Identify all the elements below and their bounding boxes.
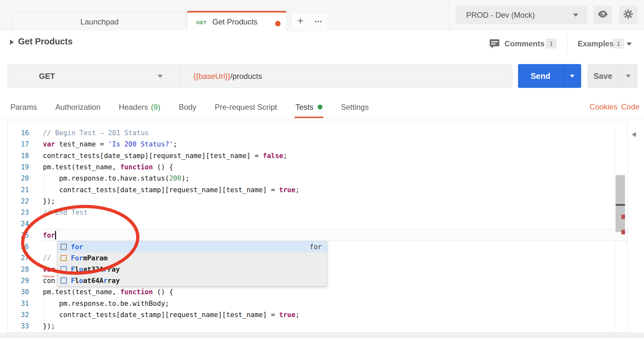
- tests-present-dot: [318, 105, 322, 109]
- autocomplete-item-Float32Array[interactable]: Float32Array: [58, 264, 327, 275]
- request-title: Get Products: [18, 37, 73, 47]
- comment-bubble-icon: [489, 45, 500, 50]
- settings-button[interactable]: [619, 6, 638, 24]
- method-chevron-icon[interactable]: [158, 75, 163, 78]
- comments-label[interactable]: Comments: [505, 39, 544, 48]
- tab-get-products[interactable]: GET Get Products: [187, 11, 287, 31]
- code-line-20: pm.response.to.have.status(200);: [43, 173, 189, 184]
- tab-label: Pre-request Script: [215, 103, 277, 112]
- autocomplete-item-Float64Array[interactable]: Float64Array: [58, 275, 327, 286]
- header-divider: [449, 0, 449, 31]
- comments-count-badge: 1: [546, 39, 557, 49]
- examples-chevron-icon[interactable]: [627, 42, 632, 46]
- tab-label: Headers: [119, 103, 148, 112]
- tab-headers[interactable]: Headers(9): [119, 95, 160, 119]
- code-line-29: con: [43, 275, 55, 286]
- autocomplete-dropdown: forforFormParamFloat32ArrayFloat64Array: [57, 241, 327, 286]
- tab-tests[interactable]: Tests: [295, 95, 322, 119]
- unsaved-changes-dot: [275, 21, 281, 26]
- code-line-17: var test_name = 'Is 200 Status?';: [43, 139, 177, 150]
- tab-label: Authorization: [55, 103, 101, 112]
- chevron-down-icon: [570, 75, 574, 78]
- environment-selector[interactable]: PROD - Dev (Mock): [456, 6, 587, 24]
- line-number: 29: [8, 275, 29, 286]
- line-number: 23: [8, 207, 29, 218]
- request-url-box: GET {{baseUrl}}/products: [7, 64, 512, 88]
- line-number: 19: [8, 162, 29, 173]
- tab-body[interactable]: Body: [179, 95, 197, 119]
- line-number: 18: [8, 150, 29, 162]
- tab-pre-request-script[interactable]: Pre-request Script: [215, 95, 277, 119]
- code-line-16: // Begin Test – 201 Status: [43, 127, 149, 139]
- symbol-kind-icon: [61, 255, 67, 261]
- meta-divider: [567, 36, 568, 52]
- tab-label: Params: [10, 103, 37, 112]
- tab-params[interactable]: Params: [10, 95, 37, 119]
- line-number: 30: [8, 286, 29, 298]
- code-line-25: for: [43, 230, 56, 241]
- tab-settings[interactable]: Settings: [341, 95, 369, 119]
- request-header-row: Get Products Comments 1 Examples 1: [0, 31, 644, 57]
- tests-code-editor[interactable]: 16// Begin Test – 201 Status17var test_n…: [7, 121, 628, 333]
- code-line-27: //: [43, 252, 55, 264]
- request-tabs: ParamsAuthorizationHeaders(9)BodyPre-req…: [10, 95, 369, 119]
- tab-label: Settings: [341, 103, 369, 112]
- tab-method-badge: GET: [196, 20, 207, 25]
- save-options-button[interactable]: [619, 64, 638, 88]
- line-number: 26: [8, 241, 29, 252]
- scrollbar-error-mark: [621, 215, 625, 219]
- send-button[interactable]: Send: [518, 64, 563, 88]
- scrollbar-thumb[interactable]: [616, 175, 625, 232]
- send-options-button[interactable]: [563, 64, 581, 88]
- scrollbar-error-mark: [621, 230, 625, 234]
- send-button-group: Send: [518, 64, 581, 88]
- symbol-kind-icon: [61, 266, 67, 272]
- line-number: 22: [8, 196, 29, 207]
- tab-launchpad[interactable]: Launchpad: [12, 12, 187, 31]
- url-input[interactable]: {{baseUrl}}/products: [193, 65, 262, 88]
- gear-icon: [623, 9, 633, 21]
- new-tab-button[interactable]: +: [291, 12, 310, 31]
- line-number: 21: [8, 184, 29, 196]
- tab-authorization[interactable]: Authorization: [55, 95, 101, 119]
- method-select[interactable]: GET: [39, 65, 55, 88]
- code-line-32: contract_tests[date_stamp][request_name]…: [43, 309, 300, 321]
- sidebar-edge-divider: [6, 0, 6, 31]
- url-variable: {{baseUrl}}: [193, 72, 230, 80]
- autocomplete-item-for[interactable]: forfor: [58, 241, 327, 252]
- examples-label[interactable]: Examples: [578, 39, 614, 48]
- tab-count: (9): [151, 103, 160, 112]
- text-cursor: [55, 231, 56, 239]
- active-tab-accent: [187, 11, 286, 13]
- code-line-22: });: [43, 196, 55, 207]
- code-line-31: pm.response.to.be.withBody;: [43, 298, 169, 309]
- line-number: 28: [8, 264, 29, 275]
- save-button[interactable]: Save: [587, 64, 619, 88]
- tab-label: Tests: [295, 103, 313, 112]
- tab-launchpad-label: Launchpad: [81, 17, 119, 26]
- comments-button[interactable]: [489, 38, 500, 51]
- tab-get-products-label: Get Products: [212, 17, 257, 26]
- request-tabs-row: ParamsAuthorizationHeaders(9)BodyPre-req…: [0, 95, 644, 119]
- expand-request-icon[interactable]: [10, 40, 14, 45]
- error-squiggle: [47, 330, 56, 332]
- line-number: 31: [8, 298, 29, 309]
- code-link[interactable]: Code: [621, 102, 639, 111]
- collapse-panel-icon[interactable]: [632, 132, 636, 137]
- autocomplete-item-FormParam[interactable]: FormParam: [58, 252, 327, 264]
- line-number: 33: [8, 321, 29, 332]
- save-button-group: Save: [587, 64, 638, 88]
- top-bar: Launchpad GET Get Products + ••• PROD - …: [0, 0, 644, 31]
- error-squiggle: [43, 273, 54, 275]
- line-number: 27: [8, 252, 29, 264]
- tab-label: Body: [179, 103, 197, 112]
- tab-options-button[interactable]: •••: [310, 12, 328, 31]
- code-line-30: pm.test(test_name, function () {: [43, 286, 173, 298]
- symbol-kind-icon: [61, 277, 67, 284]
- url-divider: [180, 65, 180, 88]
- line-number: 24: [8, 218, 29, 230]
- chevron-down-icon: [573, 14, 578, 17]
- cookies-link[interactable]: Cookies: [590, 102, 618, 111]
- line-number: 32: [8, 309, 29, 321]
- environment-quicklook-button[interactable]: [593, 6, 612, 24]
